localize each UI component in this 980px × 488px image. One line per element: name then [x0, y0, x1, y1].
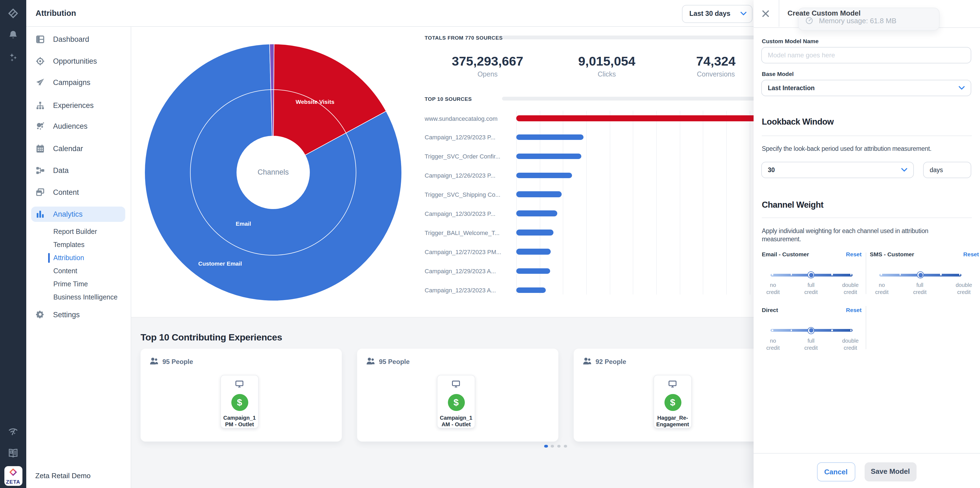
svg-text:A: A	[11, 451, 12, 453]
